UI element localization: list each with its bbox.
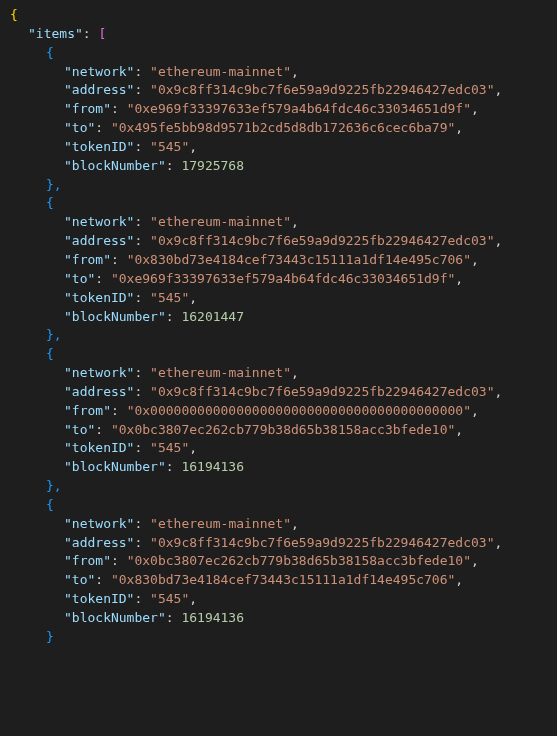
entry-close: }, bbox=[10, 176, 547, 195]
kv-address: "address": "0x9c8ff314c9bc7f6e59a9d9225f… bbox=[10, 232, 547, 251]
kv-address: "address": "0x9c8ff314c9bc7f6e59a9d9225f… bbox=[10, 383, 547, 402]
kv-tokenid: "tokenID": "545", bbox=[10, 138, 547, 157]
kv-from: "from": "0x00000000000000000000000000000… bbox=[10, 402, 547, 421]
entry-close: }, bbox=[10, 326, 547, 345]
kv-from: "from": "0x0bc3807ec262cb779b38d65b38158… bbox=[10, 552, 547, 571]
kv-tokenid: "tokenID": "545", bbox=[10, 590, 547, 609]
kv-blocknumber: "blockNumber": 17925768 bbox=[10, 157, 547, 176]
entry-open: { bbox=[10, 44, 547, 63]
kv-address: "address": "0x9c8ff314c9bc7f6e59a9d9225f… bbox=[10, 534, 547, 553]
kv-network: "network": "ethereum-mainnet", bbox=[10, 63, 547, 82]
entry-open: { bbox=[10, 345, 547, 364]
kv-from: "from": "0xe969f33397633ef579a4b64fdc46c… bbox=[10, 100, 547, 119]
kv-network: "network": "ethereum-mainnet", bbox=[10, 213, 547, 232]
items-key-line: "items": [ bbox=[10, 25, 547, 44]
kv-blocknumber: "blockNumber": 16194136 bbox=[10, 458, 547, 477]
entry-open: { bbox=[10, 194, 547, 213]
kv-network: "network": "ethereum-mainnet", bbox=[10, 515, 547, 534]
kv-network: "network": "ethereum-mainnet", bbox=[10, 364, 547, 383]
kv-tokenid: "tokenID": "545", bbox=[10, 289, 547, 308]
kv-from: "from": "0x830bd73e4184cef73443c15111a1d… bbox=[10, 251, 547, 270]
kv-to: "to": "0xe969f33397633ef579a4b64fdc46c33… bbox=[10, 270, 547, 289]
kv-to: "to": "0x495fe5bb98d9571b2cd5d8db172636c… bbox=[10, 119, 547, 138]
kv-address: "address": "0x9c8ff314c9bc7f6e59a9d9225f… bbox=[10, 81, 547, 100]
entry-open: { bbox=[10, 496, 547, 515]
kv-blocknumber: "blockNumber": 16194136 bbox=[10, 609, 547, 628]
entry-close: }, bbox=[10, 477, 547, 496]
open-brace: { bbox=[10, 6, 547, 25]
entry-close-last: } bbox=[10, 628, 547, 647]
kv-to: "to": "0x0bc3807ec262cb779b38d65b38158ac… bbox=[10, 421, 547, 440]
json-code-block: { "items": [ { "network": "ethereum-main… bbox=[10, 6, 547, 647]
kv-blocknumber: "blockNumber": 16201447 bbox=[10, 308, 547, 327]
kv-to: "to": "0x830bd73e4184cef73443c15111a1df1… bbox=[10, 571, 547, 590]
kv-tokenid: "tokenID": "545", bbox=[10, 439, 547, 458]
